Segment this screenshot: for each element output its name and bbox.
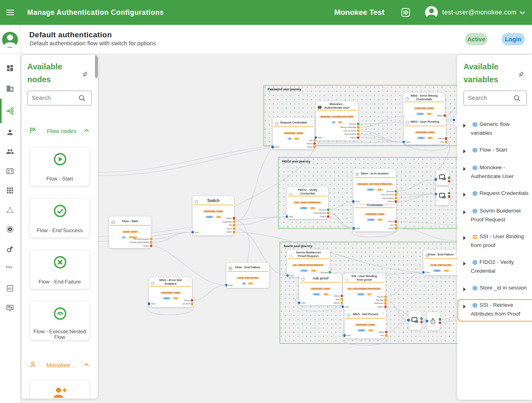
svg-text:A: A: [9, 228, 11, 231]
